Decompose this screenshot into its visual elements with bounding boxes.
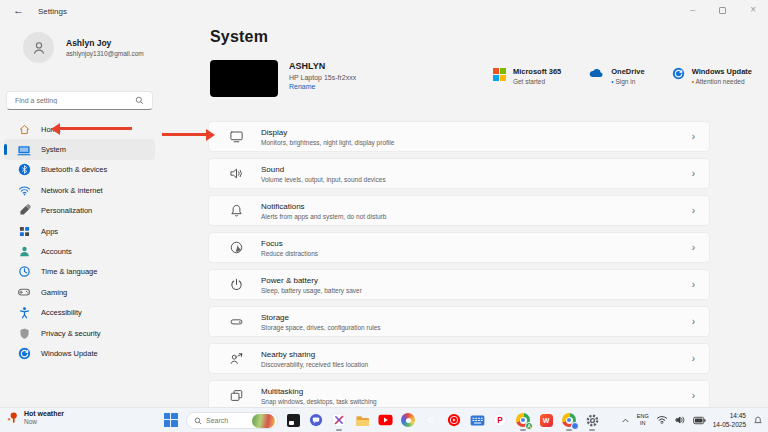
paint-app-button[interactable] <box>331 412 347 428</box>
chrome-profile-a-button[interactable]: A <box>515 412 531 428</box>
focus-icon <box>229 240 244 255</box>
sidebar-item-privacy-security[interactable]: Privacy & security <box>4 323 155 343</box>
weather-widget[interactable]: Hot weather Now <box>6 410 64 425</box>
sidebar-item-network-internet[interactable]: Network & internet <box>4 180 155 200</box>
pinterest-app-button[interactable]: P <box>492 412 508 428</box>
weather-subtitle: Now <box>24 418 64 425</box>
weather-icon <box>6 411 19 425</box>
youtube-music-button[interactable] <box>446 412 462 428</box>
teams-app-button[interactable] <box>308 412 324 428</box>
sidebar-item-gaming[interactable]: Gaming <box>4 282 155 302</box>
multitasking-icon <box>229 388 244 403</box>
settings-app-button[interactable] <box>584 412 600 428</box>
task-view-button[interactable] <box>285 412 301 428</box>
row-power-battery[interactable]: Power & batterySleep, battery usage, bat… <box>208 269 710 300</box>
home-icon <box>17 122 31 136</box>
notifications-icon <box>229 203 244 218</box>
sidebar-item-label: Time & language <box>41 267 97 276</box>
canva-app-button[interactable]: C <box>423 412 439 428</box>
tray-chevron-up-icon[interactable] <box>621 416 630 425</box>
row-description: Reduce distractions <box>261 250 318 257</box>
sidebar-item-accessibility[interactable]: Accessibility <box>4 303 155 323</box>
canva-icon: C <box>424 413 438 427</box>
status-bullet: • <box>692 78 694 85</box>
sidebar-item-system[interactable]: System <box>4 139 155 159</box>
task-view-icon <box>287 414 300 427</box>
youtube-app-button[interactable] <box>377 412 393 428</box>
windows-update-icon <box>17 346 31 360</box>
chevron-right-icon: › <box>692 242 695 253</box>
volume-icon[interactable] <box>675 415 686 425</box>
find-setting-searchbox[interactable] <box>6 91 153 110</box>
apps-icon <box>17 224 31 238</box>
photos-icon <box>401 413 415 427</box>
row-label: Storage <box>261 313 381 322</box>
row-notifications[interactable]: NotificationsAlerts from apps and system… <box>208 195 710 226</box>
language-indicator[interactable]: ENG IN <box>637 413 649 428</box>
file-explorer-button[interactable] <box>354 412 370 428</box>
taskbar: Hot weather Now C P A W ENG IN <box>0 407 768 432</box>
taskbar-tray: ENG IN 14:45 14-05-2025 <box>621 411 763 431</box>
windows-update-card[interactable]: Windows Update • Attention needed <box>672 67 752 85</box>
row-description: Alerts from apps and system, do not dist… <box>261 213 386 220</box>
minimize-icon[interactable]: – <box>690 6 695 14</box>
network-icon <box>17 183 31 197</box>
row-display[interactable]: DisplayMonitors, brightness, night light… <box>208 121 710 152</box>
microsoft-365-card[interactable]: Microsoft 365 Get started <box>493 67 561 85</box>
onedrive-card[interactable]: OneDrive • Sign in <box>588 67 644 85</box>
sidebar-item-label: Gaming <box>41 288 67 297</box>
wifi-icon[interactable] <box>656 415 668 425</box>
device-card: ASHLYN HP Laptop 15s-fr2xxx Rename <box>210 60 356 97</box>
photos-app-button[interactable] <box>400 412 416 428</box>
svg-text:P: P <box>497 415 503 425</box>
clock[interactable]: 14:45 14-05-2025 <box>713 411 746 431</box>
sidebar-item-accounts[interactable]: Accounts <box>4 241 155 261</box>
touch-keyboard-button[interactable] <box>469 412 485 428</box>
sidebar-nav: Home System Bluetooth & devices Network … <box>4 119 155 364</box>
row-focus[interactable]: FocusReduce distractions › <box>208 232 710 263</box>
close-icon[interactable]: × <box>750 6 756 14</box>
start-button[interactable] <box>163 412 179 428</box>
device-name: ASHLYN <box>289 61 356 71</box>
running-indicator <box>520 429 526 431</box>
chrome-profile-b-button[interactable] <box>561 412 577 428</box>
sidebar-item-personalization[interactable]: Personalization <box>4 201 155 221</box>
row-label: Notifications <box>261 202 386 211</box>
notification-bell-icon[interactable] <box>753 415 763 426</box>
back-icon[interactable]: ← <box>13 4 24 16</box>
search-highlight-image[interactable] <box>252 414 275 428</box>
maximize-icon[interactable] <box>719 7 726 14</box>
wattpad-app-button[interactable]: W <box>538 412 554 428</box>
user-profile[interactable]: Ashlyn Joy ashlynjoy1310@gmail.com <box>23 32 144 63</box>
sidebar: Ashlyn Joy ashlynjoy1310@gmail.com Home … <box>0 22 200 407</box>
status-title: OneDrive <box>611 67 644 76</box>
battery-icon[interactable] <box>693 416 706 425</box>
rename-link[interactable]: Rename <box>289 83 356 90</box>
search-input[interactable] <box>15 97 135 104</box>
titlebar: ← Settings – × <box>0 0 768 22</box>
row-sound[interactable]: SoundVolume levels, output, input, sound… <box>208 158 710 189</box>
gaming-icon <box>17 285 31 299</box>
user-name: Ashlyn Joy <box>66 38 144 48</box>
row-description: Discoverability, received files location <box>261 361 368 368</box>
search-icon <box>135 96 144 105</box>
row-description: Sleep, battery usage, battery saver <box>261 287 362 294</box>
privacy-icon <box>17 326 31 340</box>
status-subtitle: Sign in <box>615 78 635 85</box>
device-model: HP Laptop 15s-fr2xxx <box>289 74 356 81</box>
taskbar-search[interactable] <box>186 412 278 429</box>
sidebar-item-bluetooth-devices[interactable]: Bluetooth & devices <box>4 160 155 180</box>
sidebar-item-windows-update[interactable]: Windows Update <box>4 343 155 363</box>
sidebar-item-time-language[interactable]: Time & language <box>4 262 155 282</box>
accessibility-icon <box>17 306 31 320</box>
chevron-right-icon: › <box>692 353 695 364</box>
row-nearby-sharing[interactable]: Nearby sharingDiscoverability, received … <box>208 343 710 374</box>
tray-date: 14-05-2025 <box>713 420 746 430</box>
taskbar-search-input[interactable] <box>206 417 248 424</box>
row-storage[interactable]: StorageStorage space, drives, configurat… <box>208 306 710 337</box>
annotation-arrow-display <box>162 133 206 136</box>
storage-icon <box>229 314 244 329</box>
main-content: System ASHLYN HP Laptop 15s-fr2xxx Renam… <box>200 22 768 407</box>
row-label: Display <box>261 128 394 137</box>
sidebar-item-apps[interactable]: Apps <box>4 221 155 241</box>
